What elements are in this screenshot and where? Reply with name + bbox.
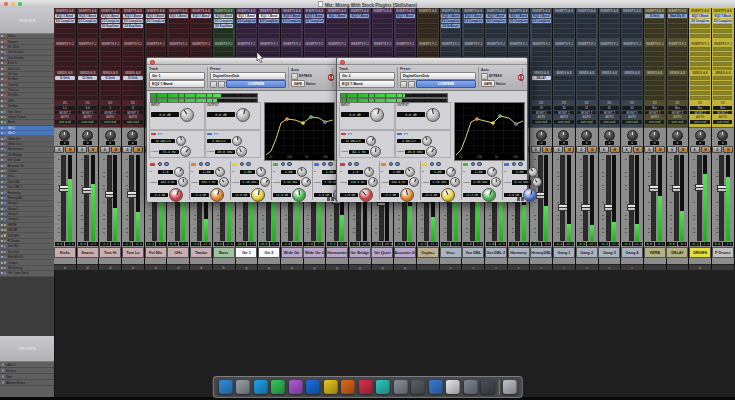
q-knob[interactable] xyxy=(174,167,184,177)
insert-slot[interactable] xyxy=(327,19,346,23)
insert-slot[interactable] xyxy=(532,34,551,38)
insert-slot[interactable] xyxy=(554,24,573,28)
insert-slot[interactable] xyxy=(101,52,120,56)
insert-slot[interactable] xyxy=(600,14,619,18)
eq-band-handle[interactable] xyxy=(498,114,501,117)
insert-button[interactable]: EQ3 7-Band xyxy=(78,14,97,18)
insert-slot[interactable] xyxy=(690,52,709,56)
freq-knob[interactable] xyxy=(301,177,311,187)
insert-slot[interactable] xyxy=(713,47,732,51)
insert-slot[interactable] xyxy=(668,19,687,23)
insert-slot[interactable] xyxy=(509,52,528,56)
insert-slot[interactable] xyxy=(169,29,188,33)
send-slot[interactable] xyxy=(55,86,74,90)
insert-button[interactable]: EQ3 7-Band xyxy=(690,14,709,18)
solo-button[interactable]: S xyxy=(553,146,563,153)
insert-slot[interactable] xyxy=(259,52,278,56)
send-slot[interactable] xyxy=(101,81,120,85)
insert-slot[interactable] xyxy=(350,24,369,28)
track-name-plate[interactable]: Wide Gtr 2 xyxy=(303,247,325,258)
groups-panel-header[interactable]: GROUPS ▾ xyxy=(0,336,54,362)
insert-slot[interactable] xyxy=(373,14,392,18)
insert-slot[interactable] xyxy=(645,24,664,28)
insert-button[interactable]: EQ3 7-Band xyxy=(146,14,165,18)
lpf-q-knob[interactable] xyxy=(422,136,432,146)
track-show-icon[interactable] xyxy=(1,143,3,145)
insert-slot[interactable] xyxy=(532,57,551,61)
insert-slot[interactable] xyxy=(577,47,596,51)
hpf-freq-knob[interactable] xyxy=(180,146,191,157)
send-slot[interactable] xyxy=(622,81,641,85)
track-show-icon[interactable] xyxy=(1,235,3,237)
insert-slot[interactable] xyxy=(554,47,573,51)
track-show-icon[interactable] xyxy=(1,51,3,53)
dock-app-12-icon[interactable] xyxy=(411,380,425,394)
send-slot[interactable] xyxy=(123,81,142,85)
track-name-plate[interactable]: Harmonies xyxy=(326,247,348,258)
dock-app-13-icon[interactable] xyxy=(428,380,442,394)
insert-button[interactable]: EQ3 7-Band xyxy=(532,14,551,18)
insert-slot[interactable] xyxy=(554,34,573,38)
dock-app-10-icon[interactable] xyxy=(376,380,390,394)
insert-slot[interactable] xyxy=(577,19,596,23)
band-in-button[interactable] xyxy=(158,162,162,166)
mute-button[interactable]: M xyxy=(610,146,620,153)
insert-slot[interactable] xyxy=(577,52,596,56)
dock-app-15-icon[interactable] xyxy=(463,380,477,394)
insert-slot[interactable] xyxy=(146,47,165,51)
preset-selector[interactable]: DigitalOverDub xyxy=(210,72,286,80)
insert-slot[interactable] xyxy=(668,62,687,66)
insert-slot[interactable] xyxy=(350,47,369,51)
insert-slot[interactable] xyxy=(396,52,415,56)
insert-slot[interactable] xyxy=(350,52,369,56)
mute-button[interactable]: M xyxy=(678,146,688,153)
dock-app-5-icon[interactable] xyxy=(288,380,302,394)
volume-fader[interactable] xyxy=(719,155,724,241)
insert-slot[interactable] xyxy=(146,34,165,38)
track-show-icon[interactable] xyxy=(1,89,3,91)
track-show-icon[interactable] xyxy=(1,240,3,242)
send-slot[interactable] xyxy=(554,91,573,95)
track-show-icon[interactable] xyxy=(1,121,3,123)
insert-slot[interactable] xyxy=(101,47,120,51)
insert-button[interactable]: D3 CompLim xyxy=(259,19,278,23)
automation-mode-button[interactable]: auto read xyxy=(532,120,551,125)
dock-app-14-icon[interactable] xyxy=(446,380,460,394)
insert-slot[interactable] xyxy=(373,29,392,33)
insert-slot[interactable] xyxy=(55,52,74,56)
insert-slot[interactable] xyxy=(600,52,619,56)
volume-fader[interactable] xyxy=(697,155,702,241)
mute-button[interactable]: M xyxy=(723,146,733,153)
gain-knob[interactable] xyxy=(359,188,373,202)
track-show-icon[interactable] xyxy=(1,78,3,80)
track-name-plate[interactable]: Gang 1 xyxy=(553,247,575,258)
insert-slot[interactable] xyxy=(441,34,460,38)
insert-button[interactable]: D3 CompLim xyxy=(146,19,165,23)
insert-slot[interactable] xyxy=(78,57,97,61)
insert-button[interactable]: EQ3 7-Band xyxy=(191,14,210,18)
insert-slot[interactable] xyxy=(713,52,732,56)
insert-slot[interactable] xyxy=(532,62,551,66)
insert-button[interactable]: D3 Exp/Gate xyxy=(123,24,142,28)
insert-slot[interactable] xyxy=(418,29,437,33)
track-name-plate[interactable]: Vox DBL xyxy=(462,247,484,258)
bypass-button[interactable]: BYPASS xyxy=(299,74,312,78)
track-show-icon[interactable] xyxy=(1,267,3,269)
insert-slot[interactable] xyxy=(464,29,483,33)
insert-slot[interactable] xyxy=(259,29,278,33)
pan-knob[interactable] xyxy=(717,130,728,141)
eq-band-handle[interactable] xyxy=(491,121,494,124)
hpf-q-knob[interactable] xyxy=(176,136,186,146)
volume-fader[interactable] xyxy=(84,155,89,241)
insert-button[interactable]: D3 CompLim xyxy=(690,19,709,23)
target-button[interactable] xyxy=(328,74,335,81)
q-knob[interactable] xyxy=(215,167,225,177)
dock-app-1-icon[interactable] xyxy=(218,380,232,394)
dock-app-3-icon[interactable] xyxy=(253,380,267,394)
insert-slot[interactable] xyxy=(101,29,120,33)
insert-slot[interactable] xyxy=(373,52,392,56)
insert-slot[interactable] xyxy=(237,47,256,51)
track-name-plate[interactable]: Gang 2 xyxy=(576,247,598,258)
insert-slot[interactable] xyxy=(214,29,233,33)
insert-slot[interactable] xyxy=(237,24,256,28)
